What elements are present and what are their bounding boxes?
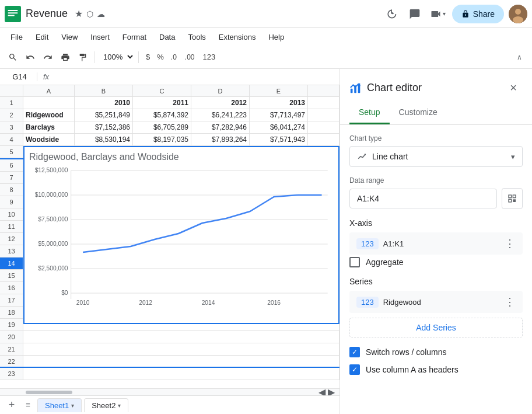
cell-e4[interactable]: $7,571,943 — [250, 134, 308, 145]
cell-e3[interactable]: $6,041,274 — [250, 121, 308, 133]
video-button[interactable]: ▾ — [429, 5, 447, 23]
tab-setup[interactable]: Setup — [349, 102, 390, 124]
cell-b3[interactable]: $7,152,386 — [75, 121, 133, 133]
menu-insert[interactable]: Insert — [85, 30, 116, 44]
row-number[interactable]: 17 — [0, 294, 23, 306]
col-header-a[interactable]: A — [23, 85, 75, 96]
menu-format[interactable]: Format — [117, 30, 152, 44]
row-number-selected[interactable]: 14 — [0, 258, 23, 269]
row-number[interactable]: 20 — [0, 331, 23, 343]
cell-a1[interactable] — [23, 97, 75, 109]
decimal-decrease[interactable]: .0 — [167, 52, 180, 62]
editor-close-button[interactable]: × — [504, 78, 523, 97]
formula-input[interactable] — [55, 72, 337, 81]
row-number[interactable]: 21 — [0, 343, 23, 355]
row-number[interactable]: 9 — [0, 196, 23, 208]
zoom-select[interactable]: 100% — [99, 51, 135, 63]
percent-button[interactable]: % — [155, 51, 166, 62]
cell-d1[interactable]: 2012 — [191, 97, 250, 109]
sheet-tab-sheet2[interactable]: Sheet2 ▾ — [84, 398, 128, 412]
data-range-input[interactable] — [349, 189, 497, 208]
menu-help[interactable]: Help — [262, 30, 290, 44]
add-series-button[interactable]: Add Series — [349, 318, 523, 338]
row-number[interactable]: 23 — [0, 368, 23, 380]
cell-e1[interactable]: 2013 — [250, 97, 308, 109]
cell-c1[interactable]: 2011 — [133, 97, 191, 109]
doc-title[interactable]: Revenue — [26, 8, 68, 20]
cell-b4[interactable]: $8,530,194 — [75, 134, 133, 145]
folder-icon[interactable]: ⬡ — [86, 9, 93, 19]
cell-c3[interactable]: $6,705,289 — [133, 121, 191, 133]
redo-button[interactable] — [40, 49, 56, 65]
data-range-grid-button[interactable] — [502, 188, 523, 209]
cell-d3[interactable]: $7,282,946 — [191, 121, 250, 133]
cell-a3[interactable]: Barclays — [23, 121, 75, 133]
cell-a2[interactable]: Ridgewood — [23, 109, 75, 121]
sheet-tab-sheet1[interactable]: Sheet1 ▾ — [37, 398, 82, 412]
cell-d4[interactable]: $7,893,264 — [191, 134, 250, 145]
sheet-menu-button[interactable]: ≡ — [21, 398, 35, 412]
comment-button[interactable] — [405, 5, 424, 23]
x-axis-more-button[interactable]: ⋮ — [505, 237, 516, 250]
switch-rows-checkbox[interactable]: ✓ — [349, 347, 360, 357]
zoom-control[interactable]: 100% — [99, 51, 135, 63]
cell-c2[interactable]: $5,874,392 — [133, 109, 191, 121]
menu-view[interactable]: View — [55, 30, 83, 44]
row-number[interactable]: 13 — [0, 245, 23, 257]
decimal-increase[interactable]: .00 — [181, 52, 198, 62]
cell-c4[interactable]: $8,197,035 — [133, 134, 191, 145]
row-number[interactable]: 16 — [0, 282, 23, 294]
aggregate-checkbox[interactable] — [349, 257, 360, 267]
history-button[interactable] — [382, 5, 401, 23]
menu-data[interactable]: Data — [153, 30, 181, 44]
avatar[interactable] — [509, 5, 527, 23]
tab-customize[interactable]: Customize — [390, 102, 447, 124]
menu-file[interactable]: File — [5, 30, 29, 44]
col-header-d[interactable]: D — [191, 85, 250, 96]
row-number[interactable]: 10 — [0, 208, 23, 220]
cell-b2[interactable]: $5,251,849 — [75, 109, 133, 121]
menu-tools[interactable]: Tools — [182, 30, 211, 44]
row-number[interactable]: 7 — [0, 172, 23, 183]
collapse-toolbar-button[interactable]: ∧ — [511, 49, 527, 65]
currency-button[interactable]: $ — [142, 51, 153, 62]
menu-edit[interactable]: Edit — [30, 30, 54, 44]
col-header-b[interactable]: B — [75, 85, 133, 96]
col-header-e[interactable]: E — [250, 85, 308, 96]
row-number[interactable]: 19 — [0, 319, 23, 330]
share-button[interactable]: Share — [452, 5, 504, 23]
row-number[interactable]: 3 — [0, 121, 23, 133]
horizontal-scrollbar[interactable]: ◀ ▶ — [0, 388, 340, 395]
scroll-thumb[interactable] — [26, 391, 72, 394]
row-number[interactable]: 6 — [0, 159, 23, 171]
col-header-c[interactable]: C — [133, 85, 191, 96]
cell-b1[interactable]: 2010 — [75, 97, 133, 109]
row-number[interactable]: 1 — [0, 97, 23, 109]
row-number[interactable]: 2 — [0, 109, 23, 121]
print-button[interactable] — [57, 49, 74, 65]
row-number[interactable]: 12 — [0, 233, 23, 245]
cell-e2[interactable]: $7,713,497 — [250, 109, 308, 121]
row-number[interactable]: 15 — [0, 270, 23, 281]
cloud-icon[interactable]: ☁ — [97, 9, 105, 19]
cell-reference-input[interactable] — [2, 72, 37, 81]
undo-button[interactable] — [22, 49, 38, 65]
row-number[interactable]: 18 — [0, 307, 23, 318]
star-icon[interactable]: ★ — [75, 8, 83, 19]
series-more-button[interactable]: ⋮ — [505, 295, 516, 308]
search-button[interactable] — [5, 49, 21, 65]
paint-format-button[interactable] — [75, 49, 91, 65]
cell-d2[interactable]: $6,241,223 — [191, 109, 250, 121]
add-sheet-button[interactable]: + — [5, 398, 19, 412]
menu-extensions[interactable]: Extensions — [213, 30, 262, 44]
row-number[interactable]: 5 — [0, 146, 23, 158]
row-number[interactable]: 8 — [0, 184, 23, 196]
row-number[interactable]: 11 — [0, 221, 23, 232]
cell-a4[interactable]: Woodside — [23, 134, 75, 145]
row-number[interactable]: 22 — [0, 356, 23, 367]
embedded-chart[interactable]: Ridgewood, Barclays and Woodside $12,500… — [23, 146, 340, 324]
more-formats-button[interactable]: 123 — [200, 51, 219, 62]
chart-type-dropdown[interactable]: Line chart ▾ — [349, 146, 523, 167]
row-number[interactable]: 4 — [0, 134, 23, 145]
use-column-checkbox[interactable]: ✓ — [349, 364, 360, 375]
